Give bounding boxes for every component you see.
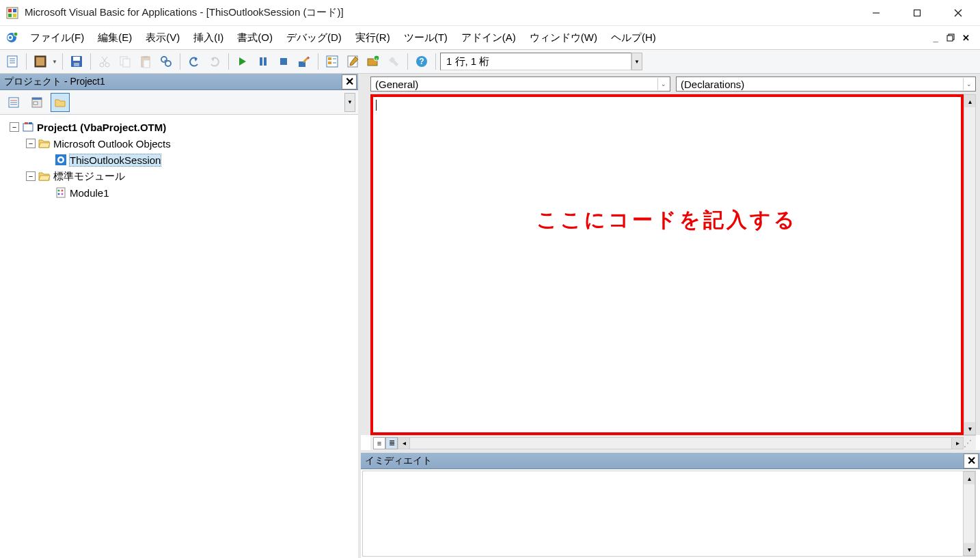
project-toolbar: ▼ [0, 90, 358, 115]
svg-rect-3 [8, 14, 12, 17]
svg-rect-60 [25, 122, 28, 124]
project-toolbar-overflow-icon[interactable]: ▼ [344, 93, 355, 112]
menu-view[interactable]: 表示(V) [139, 29, 187, 47]
mdi-restore-button[interactable] [944, 31, 957, 44]
menu-window[interactable]: ウィンドウ(W) [523, 29, 604, 47]
tree-root[interactable]: − Project1 (VbaProject.OTM) [3, 119, 355, 135]
project-explorer-button[interactable] [323, 52, 342, 71]
scroll-left-icon[interactable]: ◂ [398, 437, 410, 449]
procedure-view-button[interactable]: ≡ [373, 437, 385, 449]
collapse-icon[interactable]: − [26, 171, 36, 181]
cut-button[interactable] [95, 52, 114, 71]
paste-button[interactable] [136, 52, 155, 71]
collapse-icon[interactable]: − [26, 139, 36, 148]
close-button[interactable] [938, 0, 979, 26]
save-button[interactable] [67, 52, 86, 71]
full-module-view-button[interactable]: ≣ [385, 437, 398, 449]
properties-button[interactable] [343, 52, 362, 71]
run-button[interactable] [233, 52, 252, 71]
resize-grip-icon[interactable]: ⋰ [964, 438, 973, 448]
menu-file[interactable]: ファイル(F) [23, 29, 91, 47]
reset-button[interactable] [274, 52, 293, 71]
procedure-dropdown[interactable]: (Declarations) ⌄ [676, 76, 976, 92]
menu-addins[interactable]: アドイン(A) [454, 29, 523, 47]
find-button[interactable] [156, 52, 176, 71]
view-outlook-button[interactable] [3, 52, 22, 71]
module-icon [55, 186, 67, 199]
svg-text:?: ? [419, 57, 424, 66]
menu-insert[interactable]: 挿入(I) [187, 29, 230, 47]
minimize-button[interactable] [856, 0, 897, 26]
view-object-button[interactable] [27, 93, 46, 112]
project-explorer-pane: プロジェクト - Project1 ✕ ▼ − Project1 (VbaPro… [0, 74, 361, 558]
project-tree[interactable]: − Project1 (VbaProject.OTM) − Microsoft … [0, 115, 358, 558]
svg-point-67 [62, 190, 64, 192]
svg-line-26 [103, 57, 107, 64]
svg-rect-15 [8, 56, 17, 67]
code-dropdowns: (General) ⌄ (Declarations) ⌄ [361, 74, 980, 92]
undo-button[interactable] [185, 52, 204, 71]
svg-rect-31 [144, 56, 148, 58]
svg-rect-37 [264, 57, 267, 66]
immediate-input[interactable] [363, 471, 963, 556]
tree-item-thisoutlooksession[interactable]: ThisOutlookSession [3, 152, 355, 168]
svg-rect-2 [13, 9, 16, 12]
text-cursor [376, 100, 377, 111]
copy-button[interactable] [115, 52, 135, 71]
collapse-icon[interactable]: − [10, 122, 19, 132]
chevron-down-icon: ⌄ [657, 78, 668, 90]
tree-folder-modules[interactable]: − 標準モジュール [3, 168, 355, 184]
object-dropdown[interactable]: (General) ⌄ [370, 76, 670, 92]
code-editor[interactable]: ここにコードを記入する [370, 94, 964, 435]
scroll-up-icon[interactable]: ▴ [964, 472, 975, 484]
scroll-down-icon[interactable]: ▾ [964, 543, 975, 555]
immediate-window: イミディエイト ✕ ▴ ▾ [361, 450, 980, 558]
view-code-button[interactable] [4, 93, 23, 112]
maximize-button[interactable] [897, 0, 938, 26]
menu-tools[interactable]: ツール(T) [397, 29, 454, 47]
toolbar-overflow-icon[interactable]: ▼ [631, 53, 642, 70]
code-vertical-scrollbar[interactable]: ▴ ▾ [964, 94, 976, 435]
svg-rect-29 [123, 59, 130, 67]
tree-folder-outlook-objects[interactable]: − Microsoft Outlook Objects [3, 135, 355, 152]
insert-button[interactable] [31, 52, 50, 71]
menu-help[interactable]: ヘルプ(H) [604, 29, 663, 47]
scroll-right-icon[interactable]: ▸ [951, 437, 964, 449]
toolbox-button[interactable] [384, 52, 403, 71]
mdi-close-button[interactable]: ✕ [959, 31, 972, 44]
design-mode-button[interactable] [295, 52, 314, 71]
redo-button[interactable] [205, 52, 224, 71]
immediate-vertical-scrollbar[interactable]: ▴ ▾ [963, 471, 975, 556]
svg-rect-14 [947, 36, 953, 41]
toolbar: ▼ + ? 1 行, 1 桁 ▼ [0, 49, 980, 74]
svg-rect-23 [74, 63, 79, 66]
svg-rect-42 [328, 57, 331, 60]
outlook-object-icon [55, 154, 67, 166]
immediate-close-button[interactable]: ✕ [964, 454, 979, 469]
toggle-folders-button[interactable] [51, 93, 70, 112]
code-horizontal-scrollbar[interactable] [410, 437, 951, 449]
scroll-down-icon[interactable]: ▾ [964, 422, 975, 434]
svg-point-25 [105, 63, 109, 67]
help-button[interactable]: ? [412, 52, 431, 71]
menu-format[interactable]: 書式(O) [230, 29, 280, 47]
tree-item-module1[interactable]: Module1 [3, 184, 355, 201]
cursor-position: 1 行, 1 桁 [440, 53, 631, 70]
project-icon [22, 121, 34, 133]
menu-run[interactable]: 実行(R) [349, 29, 397, 47]
svg-rect-65 [57, 188, 65, 197]
project-panel-close-button[interactable]: ✕ [342, 74, 357, 89]
scroll-up-icon[interactable]: ▴ [964, 95, 975, 107]
svg-point-24 [100, 63, 104, 67]
svg-point-69 [62, 193, 64, 195]
project-panel-header: プロジェクト - Project1 ✕ [0, 74, 358, 90]
menu-edit[interactable]: 編集(E) [91, 29, 139, 47]
menu-debug[interactable]: デバッグ(D) [280, 29, 349, 47]
insert-dropdown-icon[interactable]: ▼ [51, 59, 58, 65]
svg-text:+: + [375, 57, 378, 61]
svg-point-12 [14, 32, 18, 36]
break-button[interactable] [254, 52, 273, 71]
object-browser-button[interactable]: + [364, 52, 383, 71]
tree-folder-label: Microsoft Outlook Objects [53, 138, 171, 150]
mdi-minimize-button[interactable]: _ [929, 31, 942, 44]
